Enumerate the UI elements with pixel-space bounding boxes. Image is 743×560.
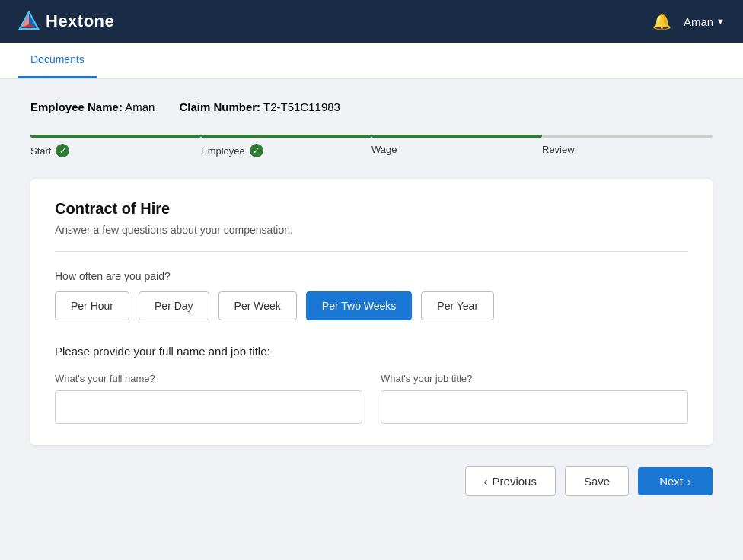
step-label-wage: Wage — [372, 144, 397, 155]
full-name-input[interactable] — [55, 390, 362, 424]
user-menu[interactable]: Aman ▼ — [684, 15, 725, 28]
step-review: Review — [542, 135, 713, 155]
option-per-hour[interactable]: Per Hour — [55, 291, 129, 320]
card-subtitle: Answer a few questions about your compen… — [55, 224, 688, 236]
claim-number-value: T2-T51C11983 — [263, 100, 340, 113]
payment-label: How often are you paid? — [55, 270, 688, 282]
main-content: Employee Name: Aman Claim Number: T2-T51… — [0, 79, 743, 517]
employee-name-label: Employee Name: Aman — [30, 100, 155, 113]
step-bar-review — [542, 135, 713, 138]
next-button[interactable]: Next › — [638, 467, 713, 495]
check-icon-employee: ✓ — [250, 144, 263, 158]
chevron-right-icon: › — [687, 475, 691, 488]
payment-options: Per Hour Per Day Per Week Per Two Weeks … — [55, 291, 688, 320]
job-title-group: What's your job title? — [381, 373, 688, 424]
full-name-group: What's your full name? — [55, 373, 362, 424]
option-per-week[interactable]: Per Week — [218, 291, 297, 320]
step-label-review: Review — [542, 144, 575, 155]
name-job-row: What's your full name? What's your job t… — [55, 373, 688, 424]
save-button[interactable]: Save — [565, 466, 629, 496]
step-start: Start ✓ — [30, 135, 201, 158]
bell-icon[interactable]: 🔔 — [652, 12, 671, 30]
header: Hextone 🔔 Aman ▼ — [0, 0, 743, 43]
step-employee: Employee ✓ — [201, 135, 372, 158]
job-title-input[interactable] — [381, 390, 688, 424]
step-text-wage: Wage — [372, 144, 397, 155]
logo: Hextone — [18, 11, 114, 32]
user-name: Aman — [684, 15, 713, 28]
employee-name-value: Aman — [125, 100, 155, 113]
previous-label: Previous — [493, 475, 537, 488]
tab-documents[interactable]: Documents — [18, 43, 97, 78]
footer-actions: ‹ Previous Save Next › — [30, 466, 713, 496]
step-label-start: Start ✓ — [30, 144, 69, 158]
logo-icon — [18, 11, 40, 32]
nav-tabs: Documents — [0, 43, 743, 79]
next-label: Next — [659, 475, 683, 488]
claim-number-label: Claim Number: T2-T51C11983 — [179, 100, 340, 113]
step-text-review: Review — [542, 144, 575, 155]
header-right: 🔔 Aman ▼ — [652, 12, 725, 30]
step-wage: Wage — [372, 135, 542, 155]
employee-info: Employee Name: Aman Claim Number: T2-T51… — [30, 100, 713, 113]
chevron-left-icon: ‹ — [484, 475, 488, 488]
logo-text: Hextone — [46, 11, 114, 31]
full-name-label: What's your full name? — [55, 373, 362, 384]
card-title: Contract of Hire — [55, 200, 688, 218]
step-bar-wage — [372, 135, 542, 138]
form-card: Contract of Hire Answer a few questions … — [30, 179, 713, 445]
step-text-employee: Employee — [201, 145, 245, 157]
job-title-label: What's your job title? — [381, 373, 688, 384]
option-per-year[interactable]: Per Year — [421, 291, 494, 320]
divider — [55, 251, 688, 252]
step-text-start: Start — [30, 145, 51, 157]
check-icon-start: ✓ — [56, 144, 69, 158]
progress-steps: Start ✓ Employee ✓ Wage Review — [30, 135, 713, 158]
step-bar-employee — [201, 135, 372, 138]
name-section-label: Please provide your full name and job ti… — [55, 345, 688, 358]
option-per-two-weeks[interactable]: Per Two Weeks — [306, 291, 413, 320]
step-label-employee: Employee ✓ — [201, 144, 263, 158]
caret-down-icon: ▼ — [716, 17, 725, 26]
previous-button[interactable]: ‹ Previous — [465, 466, 556, 496]
step-bar-start — [30, 135, 201, 138]
option-per-day[interactable]: Per Day — [139, 291, 209, 320]
